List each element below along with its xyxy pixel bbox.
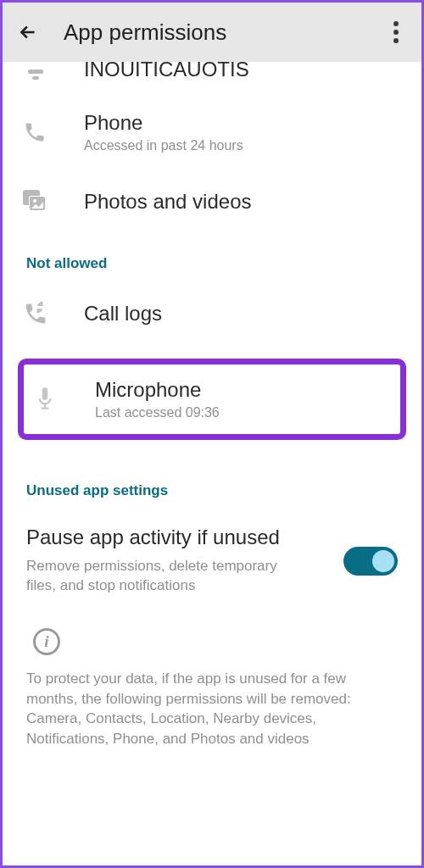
setting-title: Pause app activity if unused <box>26 525 343 550</box>
permission-label: Phone <box>84 111 243 135</box>
page-title: App permissions <box>64 19 226 46</box>
pause-toggle[interactable] <box>343 547 398 576</box>
permission-sublabel: Accessed in past 24 hours <box>84 138 243 153</box>
permission-sublabel: Last accessed 09:36 <box>95 405 220 420</box>
pause-activity-row[interactable]: Pause app activity if unused Remove perm… <box>6 508 418 613</box>
section-header-not-allowed: Not allowed <box>6 235 418 281</box>
permission-row-phone[interactable]: Phone Accessed in past 24 hours <box>6 96 418 169</box>
info-row: i <box>6 613 418 660</box>
highlighted-row: Microphone Last accessed 09:36 <box>18 359 406 440</box>
svg-point-5 <box>33 199 36 203</box>
permission-label: INOUITICAUOTIS <box>84 58 249 81</box>
overflow-menu-icon[interactable] <box>384 20 408 44</box>
app-bar: App permissions <box>3 3 421 62</box>
phone-icon <box>23 120 64 144</box>
photos-icon <box>23 190 64 214</box>
permission-row-microphone[interactable]: Microphone Last accessed 09:36 <box>24 364 400 434</box>
toggle-knob <box>372 550 394 572</box>
permission-row-call-logs[interactable]: Call logs <box>6 281 418 347</box>
svg-rect-6 <box>42 387 47 400</box>
permission-row-notifications[interactable]: INOUITICAUOTIS <box>6 62 418 96</box>
setting-description: Remove permissions, delete temporary fil… <box>26 557 298 596</box>
content-scroll: INOUITICAUOTIS Phone Accessed in past 24… <box>3 62 421 758</box>
section-header-unused: Unused app settings <box>6 447 418 508</box>
svg-rect-1 <box>32 76 39 80</box>
info-icon: i <box>33 628 60 655</box>
back-arrow-icon[interactable] <box>16 20 40 44</box>
svg-rect-0 <box>28 70 43 74</box>
permission-label: Photos and videos <box>84 190 251 214</box>
microphone-icon <box>34 386 75 413</box>
permission-label: Call logs <box>84 302 162 326</box>
notifications-icon <box>23 70 64 81</box>
call-logs-icon <box>23 301 64 326</box>
footer-info-text: To protect your data, if the app is unus… <box>6 660 418 758</box>
permission-row-photos[interactable]: Photos and videos <box>6 169 418 235</box>
permission-label: Microphone <box>95 378 220 402</box>
